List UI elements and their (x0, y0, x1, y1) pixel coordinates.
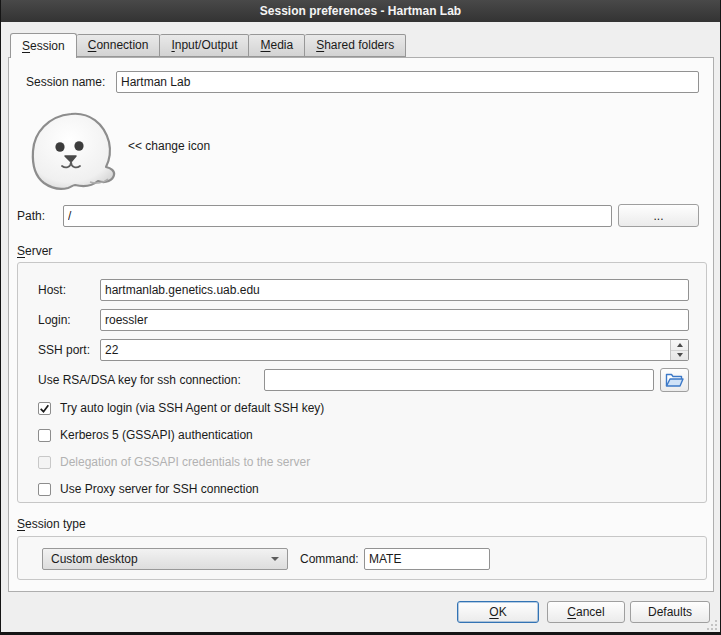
tab-connection[interactable]: Connection (77, 34, 161, 57)
ssh-port-spinner[interactable]: 22 (100, 339, 689, 361)
defaults-button[interactable]: Defaults (630, 601, 710, 623)
change-icon-label: << change icon (128, 138, 210, 154)
dropdown-arrow-icon (271, 557, 279, 561)
auto-login-checkbox[interactable]: Try auto login (via SSH Agent or default… (38, 400, 324, 416)
auto-login-label: Try auto login (via SSH Agent or default… (60, 400, 324, 416)
ssh-port-value[interactable]: 22 (101, 340, 670, 360)
session-type-groupbox: Custom desktop Command: (17, 536, 707, 580)
dialog-body: Session Connection Input/Output Media Sh… (1, 22, 720, 632)
session-type-dropdown-value: Custom desktop (51, 552, 138, 566)
command-input[interactable] (364, 548, 490, 570)
cancel-button[interactable]: Cancel (547, 601, 625, 623)
spin-up-icon (677, 343, 683, 347)
kerberos-checkbox[interactable]: Kerberos 5 (GSSAPI) authentication (38, 427, 253, 443)
tab-input-output[interactable]: Input/Output (160, 34, 249, 57)
proxy-label: Use Proxy server for SSH connection (60, 481, 259, 497)
tab-media[interactable]: Media (249, 34, 305, 57)
tab-media-label: Media (260, 38, 293, 52)
tab-shared-folders-label: Shared folders (316, 38, 394, 52)
path-browse-button[interactable]: ... (618, 204, 699, 227)
path-input[interactable] (63, 205, 612, 227)
tab-shared-folders[interactable]: Shared folders (305, 34, 406, 57)
kerberos-label: Kerberos 5 (GSSAPI) authentication (60, 427, 253, 443)
server-group-label: Server (17, 244, 52, 259)
tab-input-output-label: Input/Output (171, 38, 237, 52)
session-name-label: Session name: (26, 71, 105, 93)
ok-button-label: OK (489, 605, 506, 619)
rsa-key-browse-button[interactable] (660, 368, 689, 392)
tab-session[interactable]: Session (10, 33, 77, 58)
cancel-button-label: Cancel (567, 605, 604, 619)
spin-down-icon (677, 353, 683, 357)
resize-grip-icon[interactable] (704, 619, 718, 631)
gssapi-delegation-label: Delegation of GSSAPI credentials to the … (60, 454, 310, 470)
login-label: Login: (38, 309, 71, 331)
session-preferences-window: Session preferences - Hartman Lab Sessio… (0, 0, 721, 635)
server-groupbox: Host: Login: SSH port: 22 Use RSA/DSA ke… (17, 262, 707, 503)
session-type-group-label: Session type (17, 517, 86, 532)
ok-button[interactable]: OK (457, 601, 539, 623)
proxy-checkbox[interactable]: Use Proxy server for SSH connection (38, 481, 259, 497)
path-browse-label: ... (653, 209, 663, 223)
ssh-port-spin-buttons (670, 340, 688, 360)
spin-up-button[interactable] (671, 340, 688, 351)
checkbox-box (38, 456, 51, 469)
check-icon (39, 403, 50, 414)
gssapi-delegation-checkbox: Delegation of GSSAPI credentials to the … (38, 454, 310, 470)
checkbox-box (38, 402, 51, 415)
seal-icon (26, 110, 120, 194)
session-name-input[interactable] (116, 71, 699, 93)
host-input[interactable] (100, 279, 689, 301)
open-folder-icon (665, 372, 684, 388)
window-title: Session preferences - Hartman Lab (260, 4, 461, 18)
checkbox-box (38, 483, 51, 496)
tab-session-label: Session (22, 39, 65, 53)
command-label: Command: (300, 548, 359, 570)
rsa-key-input[interactable] (264, 369, 654, 391)
tab-bar: Session Connection Input/Output Media Sh… (10, 33, 406, 57)
spin-down-button[interactable] (671, 351, 688, 361)
session-tab-page: Session name: (8, 57, 714, 592)
checkbox-box (38, 429, 51, 442)
rsa-key-label: Use RSA/DSA key for ssh connection: (38, 369, 241, 391)
session-type-dropdown[interactable]: Custom desktop (42, 548, 288, 570)
host-label: Host: (38, 279, 66, 301)
titlebar[interactable]: Session preferences - Hartman Lab (1, 0, 720, 22)
tab-connection-label: Connection (88, 38, 149, 52)
defaults-button-label: Defaults (648, 605, 692, 619)
session-icon-button[interactable] (26, 110, 120, 194)
path-label: Path: (17, 205, 45, 227)
login-input[interactable] (100, 309, 689, 331)
ssh-port-label: SSH port: (38, 339, 90, 361)
